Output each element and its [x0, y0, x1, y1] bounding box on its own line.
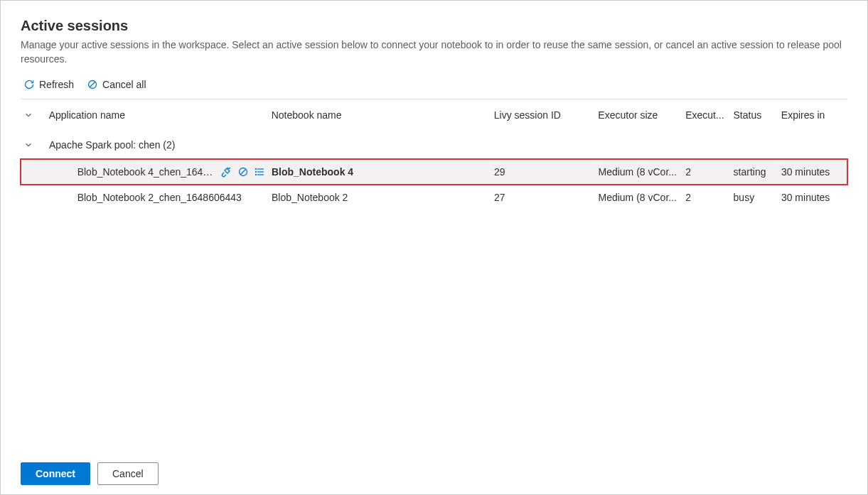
cell-livy-session-id: 27	[494, 192, 599, 203]
table-row[interactable]: Blob_Notebook 2_chen_1648606443 Blob_Not…	[21, 185, 847, 210]
block-icon[interactable]	[237, 166, 249, 178]
cell-expires-in: 30 minutes	[781, 166, 845, 178]
footer: Connect Cancel	[1, 453, 867, 494]
th-executor-size[interactable]: Executor size	[598, 109, 685, 121]
chevron-down-icon[interactable]	[23, 110, 33, 120]
cell-application-name: Blob_Notebook 4_chen_16486065...	[77, 166, 216, 178]
cell-status: starting	[734, 166, 781, 178]
svg-point-9	[255, 169, 256, 170]
cell-application-name: Blob_Notebook 2_chen_1648606443	[77, 192, 242, 203]
th-notebook-name[interactable]: Notebook name	[272, 109, 494, 121]
refresh-label: Refresh	[39, 79, 74, 90]
list-details-icon[interactable]	[254, 166, 266, 178]
toolbar: Refresh Cancel all	[21, 75, 847, 99]
th-livy-session-id[interactable]: Livy session ID	[494, 109, 599, 121]
cell-status: busy	[734, 192, 781, 203]
cell-notebook-name: Blob_Notebook 4	[272, 166, 494, 178]
cell-notebook-name: Blob_Notebook 2	[272, 192, 494, 203]
cell-executor-size: Medium (8 vCor...	[598, 166, 685, 178]
th-expires-in[interactable]: Expires in	[781, 109, 845, 121]
th-executors[interactable]: Execut...	[685, 109, 733, 121]
cell-executors: 2	[685, 166, 733, 178]
table-row[interactable]: Blob_Notebook 4_chen_16486065... Blob_No…	[21, 159, 847, 185]
svg-line-5	[240, 169, 246, 175]
svg-point-11	[255, 175, 256, 175]
group-row[interactable]: Apache Spark pool: chen (2)	[21, 131, 847, 159]
refresh-button[interactable]: Refresh	[23, 77, 74, 92]
cancel-all-button[interactable]: Cancel all	[87, 77, 146, 92]
th-application-name[interactable]: Application name	[49, 109, 272, 121]
th-status[interactable]: Status	[733, 109, 781, 121]
connect-button[interactable]: Connect	[21, 462, 90, 485]
cell-executor-size: Medium (8 vCor...	[598, 192, 685, 203]
svg-point-10	[255, 172, 256, 173]
sessions-table: Application name Notebook name Livy sess…	[21, 99, 847, 210]
cell-executors: 2	[685, 192, 733, 203]
refresh-icon	[23, 79, 35, 90]
cancel-button[interactable]: Cancel	[97, 462, 159, 485]
cell-livy-session-id: 29	[494, 166, 599, 178]
plug-icon[interactable]	[220, 166, 232, 178]
chevron-down-icon[interactable]	[23, 140, 33, 150]
cancel-all-label: Cancel all	[102, 79, 146, 90]
svg-line-3	[229, 168, 230, 169]
block-icon	[87, 79, 98, 90]
page-subtitle: Manage your active sessions in the works…	[21, 38, 847, 66]
page-title: Active sessions	[21, 18, 847, 34]
table-header-row: Application name Notebook name Livy sess…	[21, 99, 847, 131]
svg-line-1	[90, 82, 95, 87]
group-label: Apache Spark pool: chen (2)	[49, 139, 175, 151]
cell-expires-in: 30 minutes	[781, 192, 845, 203]
